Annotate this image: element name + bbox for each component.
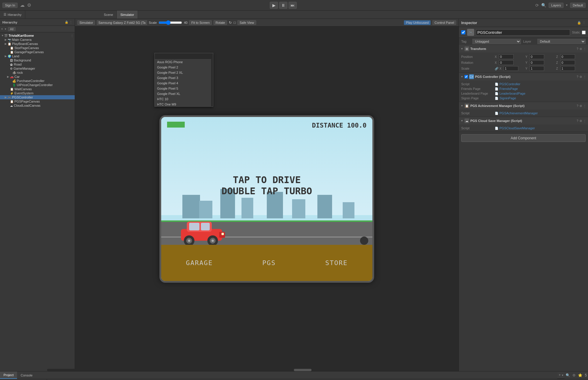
cloud-settings-icon[interactable]: ⚙	[579, 119, 582, 123]
tag-select[interactable]: Untagged	[472, 39, 521, 44]
device-item-htconem9[interactable]: HTC One M9	[155, 102, 213, 106]
fit-screen-btn[interactable]: Fit to Screen	[189, 20, 211, 25]
tree-item-playboard[interactable]: ▶ 📋 PlayBoardCanvas	[0, 42, 75, 46]
signin-button[interactable]: Sign In	[2, 3, 18, 8]
friends-page-row: Friends Page 📄 FriendsPage	[461, 86, 586, 91]
pause-button[interactable]: ⏸	[279, 2, 287, 9]
device-item-pixelxl[interactable]: Google Pixel XL	[155, 91, 213, 96]
device-item-pixel2[interactable]: Google Pixel 2	[155, 65, 213, 70]
achievement-menu-icon[interactable]: ⋮	[583, 104, 586, 108]
control-panel-btn[interactable]: Control Panel	[432, 20, 456, 25]
tree-item-car[interactable]: ▶ 🚗 Car	[0, 75, 75, 79]
tree-item-road[interactable]: 🛣 Road	[0, 62, 75, 66]
label-garagepage: GaragePageCanvas	[14, 50, 44, 54]
scale-slider[interactable]	[159, 20, 182, 25]
tree-item-pgspage[interactable]: 📋 PGSPageCanvas	[0, 99, 75, 103]
layer-select[interactable]: Default	[537, 39, 586, 44]
rot-z-input[interactable]	[560, 60, 575, 65]
add-component-button[interactable]: Add Component	[461, 134, 586, 142]
tree-item-gamemanager[interactable]: ⚙ GameManager	[0, 66, 75, 71]
pos-x-input[interactable]	[499, 54, 514, 59]
tree-item-storepage[interactable]: 📋 StorPageCanvas	[0, 46, 75, 50]
tab-console[interactable]: Console	[17, 371, 36, 379]
pos-z-label: Z	[556, 55, 560, 58]
obj-icon9: 📋	[10, 88, 14, 91]
pgs-ctrl-menu-icon[interactable]: ⋮	[583, 75, 586, 78]
pgs-achievement-header[interactable]: ▼ 📋 PGS Achievement Manager (Script) ? ⚙…	[459, 102, 588, 110]
all-label[interactable]: All	[8, 27, 16, 31]
add-hier-icon[interactable]: +	[1, 27, 3, 31]
create-icon[interactable]: +	[559, 373, 561, 377]
device-select[interactable]: Samsung Galaxy Z Fold2 5G (Ta	[97, 20, 147, 25]
tree-item-uiprice[interactable]: 💲 UIPriceChangeController	[0, 83, 75, 87]
pos-x-field: X	[495, 54, 524, 59]
tree-item-purchase[interactable]: 💰 PurchaseController	[0, 79, 75, 83]
rot-y-label: Y	[525, 61, 529, 64]
tab-hierarchy[interactable]: ☰ Hierarchy	[0, 11, 25, 19]
achievement-help-icon[interactable]: ?	[577, 104, 578, 108]
tree-item-pgscontroller[interactable]: ▶ 🎮 PGSController	[0, 95, 75, 99]
device-item-pixel2xl[interactable]: Google Pixel 2 XL	[155, 70, 213, 75]
cloud-arrow: ▼	[461, 119, 463, 122]
simulator-toggle[interactable]: Simulator	[77, 20, 95, 25]
tree-item-cloudload[interactable]: ☁ CloudLoadCanvas	[0, 103, 75, 108]
device-item-htc10[interactable]: HTC 10	[155, 96, 213, 102]
friends-page-field: 📄 FriendsPage	[495, 87, 518, 91]
cloud-help-icon[interactable]: ?	[577, 119, 578, 123]
step-button[interactable]: ⏭	[289, 2, 297, 9]
tree-item-maincamera[interactable]: ▶ 📷 Main Camera	[0, 38, 75, 42]
tree-item-land[interactable]: ▶ 🌍 Land	[0, 54, 75, 58]
tree-item-rock[interactable]: 🪨 rock	[0, 71, 75, 75]
pos-y-input[interactable]	[529, 54, 544, 59]
transform-help-icon[interactable]: ?	[577, 47, 578, 51]
transform-settings-icon[interactable]: ⚙	[579, 47, 582, 51]
device-item-asus[interactable]: Asus ROG Phone	[155, 59, 213, 65]
tree-scene-root[interactable]: ▼ 🎬 TrivialKartScene ⋮	[0, 34, 75, 38]
transform-header[interactable]: ▼ ⊞ Transform ? ⚙ ⋮	[459, 45, 588, 53]
search-bottom-icon[interactable]: 🔍	[564, 373, 571, 377]
pgs-ctrl-settings-icon[interactable]: ⚙	[579, 75, 582, 78]
device-item-pixel5[interactable]: Google Pixel 5	[155, 86, 213, 91]
transform-menu-icon[interactable]: ⋮	[583, 47, 586, 51]
transform-body: Position X Y Z	[459, 53, 588, 73]
inspector-menu-icon[interactable]: ⋮	[582, 21, 586, 25]
rot-y-input[interactable]	[529, 60, 544, 65]
default-button[interactable]: Default	[570, 3, 586, 8]
object-active-checkbox[interactable]	[461, 30, 465, 34]
play-button[interactable]: ▶	[270, 2, 278, 9]
static-checkbox[interactable]	[582, 31, 586, 34]
device-search-input[interactable]	[155, 53, 213, 59]
object-name-input[interactable]	[476, 29, 570, 36]
tab-simulator[interactable]: Simulator	[117, 11, 138, 19]
rotate-icon: ↻	[229, 21, 232, 25]
cloud-menu-icon[interactable]: ⋮	[583, 119, 586, 123]
safe-view-btn[interactable]: Safe View	[237, 20, 256, 25]
pos-z-input[interactable]	[560, 54, 575, 59]
scale-y-input[interactable]	[529, 66, 544, 71]
pgs-controller-header[interactable]: ▼ C# PGS Controller (Script) ? ⚙ ⋮	[459, 73, 588, 81]
tab-project[interactable]: Project	[0, 371, 17, 379]
label-gamemanager: GameManager	[14, 67, 35, 70]
play-unfocused-btn[interactable]: Play Unfocused	[404, 20, 431, 25]
settings-bottom-icon[interactable]: ⚙	[571, 373, 577, 377]
rot-x-input[interactable]	[499, 60, 514, 65]
tree-item-background[interactable]: 🖼 Background	[0, 58, 75, 62]
scale-x-input[interactable]	[504, 66, 518, 71]
game-content[interactable]: DISTANCE 100.0 TAP TO DRIVE DOUBLE TAP T…	[161, 117, 372, 281]
tree-item-waitcanvas[interactable]: 📋 WaitCanvas	[0, 87, 75, 91]
dropdown-scrollbar[interactable]	[211, 53, 213, 106]
scale-z-input[interactable]	[560, 66, 575, 71]
device-item-pixel3[interactable]: Google Pixel 3	[155, 75, 213, 81]
tree-item-garagepage[interactable]: 📋 GaragePageCanvas	[0, 50, 75, 54]
tree-item-eventsystem[interactable]: ⚡ EventSystem	[0, 91, 75, 95]
achievement-settings-icon[interactable]: ⚙	[579, 104, 582, 108]
pgs-ctrl-checkbox[interactable]	[464, 75, 468, 78]
pgs-ctrl-help-icon[interactable]: ?	[577, 75, 578, 78]
layers-button[interactable]: Layers	[549, 3, 564, 8]
building7	[317, 195, 332, 218]
rotate-btn[interactable]: Rotate	[214, 20, 227, 25]
device-item-pixel4[interactable]: Google Pixel 4	[155, 81, 213, 86]
inspector-lock-icon[interactable]: 🔒	[577, 21, 581, 25]
tab-scene[interactable]: Scene	[100, 11, 117, 19]
pgs-cloud-header[interactable]: ▼ ☁ PGS Cloud Save Manager (Script) ? ⚙ …	[459, 117, 588, 125]
